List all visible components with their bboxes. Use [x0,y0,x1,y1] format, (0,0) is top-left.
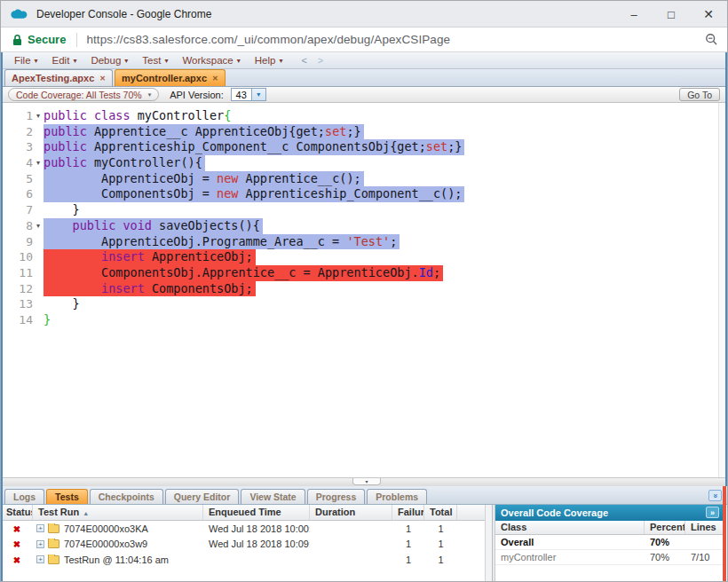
window-edge-right [725,52,727,486]
bottom-tab-problems[interactable]: Problems [367,489,427,504]
column-header-test-run[interactable]: Test Run▲ [33,505,203,520]
coverage-collapse-button[interactable]: » [706,507,719,518]
column-header-total[interactable]: Total [424,505,457,520]
code-token [87,108,94,122]
url-text[interactable]: https://cs83.salesforce.com/_ui/common/a… [86,33,450,46]
total-cell: 1 [424,539,457,549]
tab-label: Tests [55,492,79,502]
expand-icon[interactable]: + [36,524,44,532]
menu-item-debug[interactable]: Debug▾ [84,52,136,68]
splitter-collapse-handle[interactable]: ▾ [352,478,381,485]
coverage-row[interactable]: myController70%7/10 [495,550,723,565]
code-editor[interactable]: 1▾public class myController{2public Appr… [1,103,727,477]
code-segment: public void saveObjects(){ [44,218,263,234]
coverage-column-lines[interactable]: Lines [685,521,722,534]
menubar-items: File▾Edit▾Debug▾Test▾Workspace▾Help▾<> [1,52,727,69]
enqueued-time-cell: Wed Jul 18 2018 10:09:35 GM... [203,539,310,549]
fold-toggle-icon[interactable]: ▾ [33,155,44,171]
code-coverage-dropdown[interactable]: Code Coverage: All Tests 70% ▾ [8,88,159,101]
panel-splitter[interactable]: ▾ [1,477,727,486]
code-token [44,249,101,263]
goto-button[interactable]: Go To [679,88,720,101]
caret-down-icon: ▾ [237,57,241,65]
bottom-tab-progress[interactable]: Progress [307,489,366,504]
menu-item-help[interactable]: Help▾ [249,52,291,68]
history-back-icon[interactable]: < [301,55,306,66]
maximize-button[interactable]: □ [653,1,690,28]
column-header-enqueued-time[interactable]: Enqueued Time [203,505,310,520]
url-bar: Secure https://cs83.salesforce.com/_ui/c… [1,28,727,52]
chrome-window: Developer Console - Google Chrome – □ ✕ … [0,0,728,582]
coverage-column-class[interactable]: Class [495,521,645,534]
bottom-tab-tests[interactable]: Tests [46,489,88,504]
editor-scrollbar[interactable] [718,103,725,477]
workspace-tab-mycontroller-apxc[interactable]: myController.apxc✕ [115,69,226,86]
code-segment: } [44,202,83,218]
test-run-name: 7074E00000xo3KA [64,523,148,534]
secure-label[interactable]: Secure [28,33,66,46]
editor-line: 5 ApprenticeObj = new Apprentice__c(); [1,171,727,187]
close-button[interactable]: ✕ [690,1,727,28]
code-text: insert ComponentsObj; [44,281,256,297]
fold-toggle-icon[interactable]: ▾ [33,108,44,124]
expand-icon[interactable]: + [36,540,44,548]
tests-grid-scrollbar[interactable] [485,505,492,582]
column-header-duration[interactable]: Duration [310,505,392,520]
menu-label: Test [142,55,161,66]
expand-icon[interactable]: + [36,555,44,563]
search-zoom-icon[interactable] [705,33,718,46]
code-token: ApprenticeObj; [145,249,253,263]
folder-icon [48,539,59,548]
menu-item-workspace[interactable]: Workspace▾ [176,52,248,68]
code-token: ;} [346,124,360,138]
column-header-failures[interactable]: Failures [392,505,424,520]
test-row[interactable]: ✖+7074E00000xo3KAWed Jul 18 2018 10:00:5… [1,521,492,537]
bottom-tab-checkpoints[interactable]: Checkpoints [90,489,163,504]
fold-gutter [33,186,44,202]
code-text: public class myController{ [44,108,233,124]
test-row[interactable]: ✖+7074E00000xo3w9Wed Jul 18 2018 10:09:3… [1,537,492,553]
code-token: ; [433,265,440,279]
test-row[interactable]: ✖+TestRun @ 11:04:16 am11 [1,552,492,568]
fold-gutter [33,281,44,297]
caret-down-icon: ▾ [73,57,76,65]
workspace-tab-apextesting-apxc[interactable]: ApexTesting.apxc✕ [4,69,113,86]
line-number: 1 [1,108,33,124]
minimize-button[interactable]: – [615,1,653,28]
column-header-status[interactable]: Status [1,505,33,520]
coverage-row[interactable]: Overall70% [495,535,723,550]
menu-item-edit[interactable]: Edit▾ [46,52,85,68]
panel-collapse-button[interactable]: » [708,490,722,501]
code-token: myController [131,108,225,122]
close-icon[interactable]: ✕ [212,75,218,83]
line-number: 11 [1,265,33,281]
menu-item-file[interactable]: File▾ [8,52,46,68]
code-token [44,281,101,295]
window-controls: – □ ✕ [615,1,727,28]
coverage-column-percent[interactable]: Percent [645,521,685,534]
chevron-down-icon[interactable]: ▾ [251,89,265,100]
fold-gutter [33,171,44,187]
menu-item-test[interactable]: Test▾ [136,52,176,68]
caret-down-icon: ▾ [35,57,38,65]
bottom-tab-logs[interactable]: Logs [4,489,44,504]
code-segment: ComponentsObj = new Apprenticeship_Compo… [44,186,464,202]
panel-scroll-strip[interactable] [723,486,726,582]
code-token: } [44,312,51,326]
code-text: public Apprentice__c ApprenticeObj{get;s… [44,124,364,140]
bottom-tab-view-state[interactable]: View State [241,489,305,504]
fold-gutter [33,234,44,250]
code-segment: ApprenticeObj.Programme_Area__c = 'Test'… [44,234,400,250]
code-text: ApprenticeObj.Programme_Area__c = 'Test'… [44,234,400,250]
code-text: ComponentsObj = new Apprenticeship_Compo… [44,186,464,202]
api-version-select[interactable]: 43 ▾ [231,88,266,101]
history-forward-icon[interactable]: > [318,55,323,66]
bottom-tab-query-editor[interactable]: Query Editor [165,489,240,504]
coverage-percent-cell: 70% [645,537,685,547]
test-run-cell: +7074E00000xo3KA [33,523,203,534]
close-icon[interactable]: ✕ [99,75,106,83]
menu-label: Debug [91,55,121,66]
fold-toggle-icon[interactable]: ▾ [33,218,44,234]
line-number: 13 [1,296,33,312]
test-status-cell: ✖ [1,523,33,534]
